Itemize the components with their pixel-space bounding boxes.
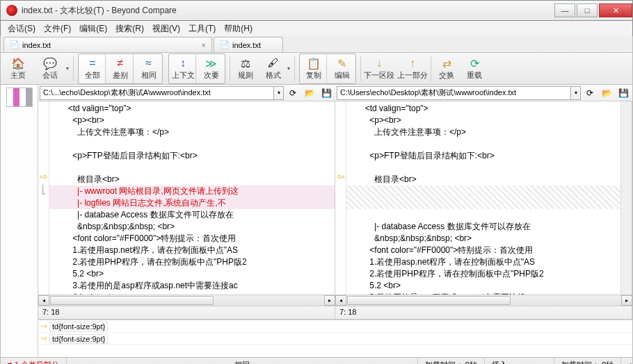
reload-left-button[interactable]: ⟳ xyxy=(285,86,301,100)
window-titlebar: index.txt - 文本比较(T) - Beyond Compare — □… xyxy=(0,0,633,21)
right-path-input[interactable]: C:\Users\echo\Desktop\素材\测试\wwwroot\inde… xyxy=(337,86,571,100)
status-load-val: 0秒 xyxy=(465,360,477,365)
minimize-button[interactable]: — xyxy=(554,3,575,17)
prev-icon: ↑ xyxy=(406,56,419,70)
swap-button[interactable]: ⇄交换 xyxy=(433,54,460,83)
edit-button[interactable]: ✎编辑 xyxy=(328,54,355,83)
diff-button[interactable]: ≠差别 xyxy=(107,54,134,83)
dropdown-icon[interactable]: ▾ xyxy=(287,65,293,72)
session-button[interactable]: 💬会话 xyxy=(35,54,65,83)
format-icon: 🖋 xyxy=(266,56,280,70)
status-insert: 插入 xyxy=(485,358,554,364)
right-scrollbar[interactable]: ◂▸ xyxy=(335,295,632,306)
right-code-pane: ⇦ <td valign="top"> <p><br> 上传文件注意事项：</p… xyxy=(335,101,632,295)
context-button[interactable]: ↕上下文 xyxy=(170,54,196,83)
resize-grip-icon[interactable]: ◢ xyxy=(621,361,632,365)
status-load-right: 加载时间： 0秒 xyxy=(554,358,621,364)
left-code-pane: ⇨ ⎣ <td valign="top"> <p><br> 上传文件注意事项：<… xyxy=(38,101,335,295)
format-label: 格式 xyxy=(266,70,281,81)
arrow-right-icon: ⇨ xyxy=(38,334,49,343)
left-scrollbar[interactable]: ◂▸ xyxy=(38,295,335,306)
menubar: 会话(S) 文件(F) 编辑(E) 搜索(R) 视图(V) 工具(T) 帮助(H… xyxy=(0,21,633,36)
statusbar: ≠1 个差异部分 相同 加载时间： 0秒 插入 加载时间： 0秒 ◢ xyxy=(0,357,633,364)
diff-marker-icon[interactable]: ⇦ xyxy=(337,171,345,183)
panels: C:\...\echo\Desktop\素材\测试A\wwwroot\index… xyxy=(38,85,632,357)
next-label: 下一区段 xyxy=(364,70,394,81)
status-same: 相同 xyxy=(67,358,417,364)
all-icon: = xyxy=(86,56,99,70)
save-right-button[interactable]: 💾 xyxy=(616,86,631,100)
dropdown-icon[interactable]: ▾ xyxy=(571,86,581,100)
home-button[interactable]: 🏠主页 xyxy=(3,54,33,83)
path-row: C:\...\echo\Desktop\素材\测试A\wwwroot\index… xyxy=(38,85,632,101)
copy-button[interactable]: 📋复制 xyxy=(301,54,327,83)
diff-label: 差别 xyxy=(113,70,128,81)
session-icon: 💬 xyxy=(43,56,57,70)
minor-label: 次要 xyxy=(204,70,219,81)
minor-button[interactable]: ≫次要 xyxy=(198,54,224,83)
separator xyxy=(294,56,295,81)
close-button[interactable]: ✕ xyxy=(599,3,632,17)
left-gutter: ⇨ ⎣ xyxy=(38,101,49,295)
status-load2-label: 加载时间： xyxy=(561,360,600,365)
next-section-button[interactable]: ↓下一区段 xyxy=(363,54,395,83)
tab-right[interactable]: 📄 index.txt xyxy=(214,37,283,52)
all-label: 全部 xyxy=(85,70,100,81)
copy-icon: 📋 xyxy=(307,56,321,70)
toolbar: 🏠主页 💬会话 ▾ =全部 ≠差别 ≈相同 ↕上下文 ≫次要 ⚖规则 🖋格式 ▾… xyxy=(0,53,633,85)
thumbnail-overview[interactable] xyxy=(6,88,33,107)
separator xyxy=(360,56,361,81)
menu-help[interactable]: 帮助(H) xyxy=(224,23,253,35)
open-folder-left-button[interactable]: 📂 xyxy=(302,86,317,100)
prev-label: 上一部分 xyxy=(397,70,428,81)
separator xyxy=(230,56,230,81)
code-row: ⇨ ⎣ <td valign="top"> <p><br> 上传文件注意事项：<… xyxy=(38,101,632,295)
prev-section-button[interactable]: ↑上一部分 xyxy=(396,54,428,83)
save-left-button[interactable]: 💾 xyxy=(319,86,334,100)
status-load-left: 加载时间： 0秒 xyxy=(418,358,485,364)
menu-file[interactable]: 文件(F) xyxy=(44,23,71,35)
left-path-input[interactable]: C:\...\echo\Desktop\素材\测试A\wwwroot\index… xyxy=(40,86,274,100)
same-button[interactable]: ≈相同 xyxy=(135,54,161,83)
detail-line-1: ⇨td{font-size:9pt} xyxy=(38,320,632,333)
dropdown-icon[interactable]: ▾ xyxy=(66,65,72,72)
all-button[interactable]: =全部 xyxy=(79,54,106,83)
open-folder-right-button[interactable]: 📂 xyxy=(599,86,614,100)
detail-text-1: td{font-size:9pt} xyxy=(49,322,108,331)
dropdown-icon[interactable]: ▾ xyxy=(274,86,284,100)
right-code[interactable]: <td valign="top"> <p><br> 上传文件注意事项：</p> … xyxy=(346,101,620,295)
separator xyxy=(431,56,431,81)
document-icon: 📄 xyxy=(220,40,230,50)
vertical-scrollbar[interactable] xyxy=(620,101,632,295)
copy-label: 复制 xyxy=(306,70,321,81)
minor-icon: ≫ xyxy=(205,56,218,70)
menu-edit[interactable]: 编辑(E) xyxy=(79,23,107,35)
tab-left[interactable]: 📄 index.txt × xyxy=(3,37,212,52)
menu-view[interactable]: 视图(V) xyxy=(152,23,180,35)
menu-tools[interactable]: 工具(T) xyxy=(189,23,216,35)
reload-right-button[interactable]: ⟳ xyxy=(582,86,598,100)
position-row: 7: 18 7: 18 xyxy=(38,306,632,320)
maximize-button[interactable]: □ xyxy=(577,3,598,17)
rules-icon: ⚖ xyxy=(239,56,253,70)
reload-label: 重载 xyxy=(467,70,482,81)
context-group: ↕上下文 ≫次要 xyxy=(168,53,225,84)
right-path-pane: C:\Users\echo\Desktop\素材\测试\wwwroot\inde… xyxy=(335,85,632,101)
reload-button[interactable]: ⟳重载 xyxy=(461,54,488,83)
diff-marker-icon[interactable]: ⇨ xyxy=(40,171,48,183)
context-icon: ↕ xyxy=(176,56,190,70)
tab-close-icon[interactable]: × xyxy=(202,41,206,49)
menu-search[interactable]: 搜索(R) xyxy=(115,23,144,35)
not-equal-icon: ≠ xyxy=(8,361,12,364)
next-icon: ↓ xyxy=(372,56,386,70)
reload-icon: ⟳ xyxy=(467,56,481,70)
edit-group: 📋复制 ✎编辑 xyxy=(299,53,356,84)
rules-button[interactable]: ⚖规则 xyxy=(232,54,259,83)
tab-left-label: index.txt xyxy=(22,41,51,49)
left-code[interactable]: <td valign="top"> <p><br> 上传文件注意事项：</p> … xyxy=(49,101,335,295)
right-cursor-pos: 7: 18 xyxy=(335,306,632,319)
document-icon: 📄 xyxy=(10,40,19,50)
detail-text-2: td{font-size:9pt} xyxy=(49,334,108,344)
format-button[interactable]: 🖋格式 xyxy=(260,54,287,83)
menu-session[interactable]: 会话(S) xyxy=(8,23,35,35)
